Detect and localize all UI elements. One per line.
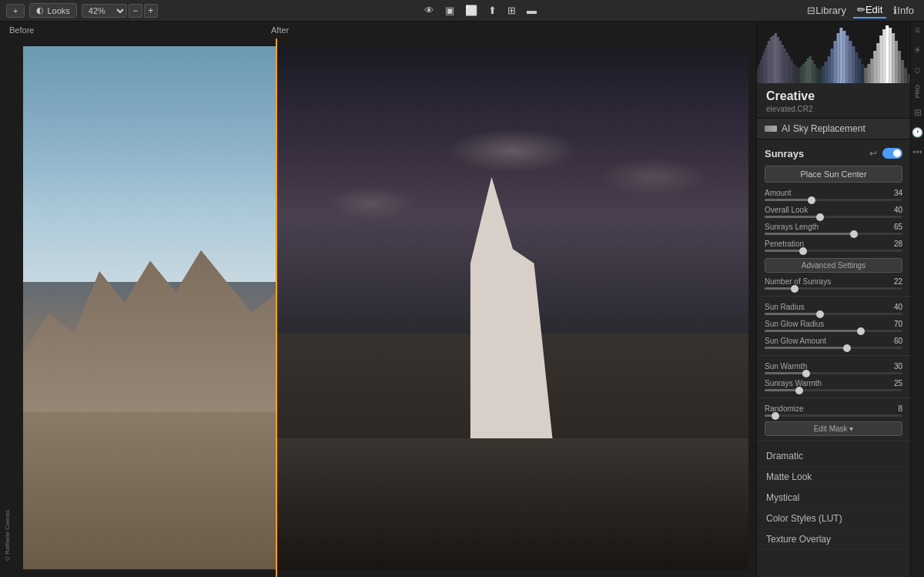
zoom-plus-button[interactable]: + [144, 4, 158, 18]
advanced-sliders: Sun Radius 40 Sun Glow Radius 70 [757, 301, 910, 351]
svg-rect-11 [777, 37, 779, 83]
info-label: Info [897, 5, 914, 16]
sunrays-reset-button[interactable]: ↩ [869, 147, 878, 159]
num-sunrays-value: 22 [894, 277, 902, 286]
structure-icon[interactable]: ⊞ [914, 107, 922, 118]
svg-rect-25 [809, 56, 812, 83]
svg-rect-18 [793, 64, 795, 83]
sunrays-warmth-value: 25 [894, 379, 902, 387]
image-container[interactable]: ©Raffaele Caeras [0, 39, 756, 577]
svg-rect-48 [876, 43, 879, 83]
info-button[interactable]: ℹ Info [889, 3, 918, 18]
svg-rect-49 [879, 35, 882, 83]
svg-rect-2 [760, 60, 762, 83]
layers-icon[interactable]: ≡ [915, 25, 920, 35]
num-sunrays-track[interactable] [765, 287, 902, 290]
sun-glow-radius-track[interactable] [765, 330, 902, 332]
histogram-area [757, 22, 910, 83]
svg-rect-3 [762, 56, 763, 83]
plus-icon: + [13, 6, 18, 15]
svg-rect-21 [800, 66, 802, 83]
before-label: Before [0, 25, 262, 35]
amount-track[interactable] [765, 199, 902, 201]
overall-look-track[interactable] [765, 216, 902, 218]
svg-rect-42 [858, 59, 861, 83]
overall-look-value: 40 [894, 206, 902, 214]
library-button[interactable]: ⊟ Library [803, 3, 850, 18]
penetration-label: Penetration [765, 240, 804, 248]
svg-rect-4 [763, 52, 765, 83]
face-icon[interactable]: ☺ [912, 65, 922, 75]
crop-icon: ⬜ [465, 5, 477, 16]
before-after-divider[interactable] [276, 39, 277, 577]
sun-warmth-value: 30 [894, 362, 902, 371]
topbar-center: 👁 ▣ ⬜ ⬆ ⊞ ▬ [420, 3, 541, 18]
svg-rect-28 [816, 68, 819, 83]
zoom-control: 42% 25% 50% 75% 100% − + [82, 4, 158, 18]
texture-overlay-item[interactable]: Texture Overlay [757, 529, 910, 550]
more-icon[interactable]: ••• [912, 147, 922, 158]
sunrays-toggle[interactable] [882, 148, 902, 159]
svg-rect-31 [825, 62, 828, 83]
looks-button[interactable]: ◐ Looks [29, 3, 76, 18]
sunrays-length-track[interactable] [765, 233, 902, 235]
svg-rect-0 [757, 68, 758, 83]
ai-sky-replacement-header[interactable]: AI Sky Replacement [757, 118, 910, 139]
panel-section-title: Creative [757, 83, 910, 105]
randomize-track[interactable] [765, 414, 902, 417]
svg-rect-24 [807, 59, 809, 83]
sunrays-controls: ↩ [869, 147, 902, 159]
pro-icon[interactable]: PRO [914, 85, 921, 98]
svg-rect-38 [845, 35, 849, 83]
color-styles-label: Color Styles (LUT) [766, 513, 842, 524]
before-after-labels: Before After [0, 22, 756, 39]
amount-value: 34 [894, 189, 902, 197]
eye-icon: 👁 [424, 5, 434, 16]
edit-mask-button[interactable]: Edit Mask ▾ [765, 421, 902, 436]
mystical-item[interactable]: Mystical [757, 488, 910, 508]
svg-rect-29 [819, 69, 822, 83]
filmstrip-button[interactable]: ▬ [523, 3, 541, 18]
sunrays-title: Sunrays [765, 148, 804, 159]
looks-icon: ◐ [36, 5, 44, 15]
sun-radius-track[interactable] [765, 313, 902, 315]
svg-rect-26 [812, 60, 814, 83]
color-styles-item[interactable]: Color Styles (LUT) [757, 508, 910, 529]
grid-button[interactable]: ⊞ [504, 3, 520, 18]
watermark: ©Raffaele Caeras [4, 510, 11, 562]
share-icon: ⬆ [488, 5, 497, 16]
svg-rect-7 [768, 41, 770, 83]
zoom-select[interactable]: 42% 25% 50% 75% 100% [82, 4, 127, 18]
svg-rect-14 [784, 49, 786, 83]
before-sky [23, 46, 277, 282]
penetration-track[interactable] [765, 250, 902, 252]
sun-glow-amount-value: 60 [894, 337, 902, 345]
view-button[interactable]: 👁 [420, 3, 438, 18]
svg-rect-12 [779, 41, 782, 83]
add-button[interactable]: + [6, 4, 25, 18]
sun-adjust-icon[interactable]: ☀ [913, 45, 922, 55]
dramatic-item[interactable]: Dramatic [757, 446, 910, 467]
sun-warmth-track[interactable] [765, 372, 902, 374]
edit-button[interactable]: ✏ Edit [853, 2, 886, 18]
image-area: Before After ©Raffaele Caeras [0, 22, 756, 577]
sun-glow-amount-track[interactable] [765, 347, 902, 349]
panel-content: Creative elevated.CR2 AI Sky Replacement… [757, 83, 910, 577]
compare-icon: ▣ [445, 5, 454, 16]
matte-look-item[interactable]: Matte Look [757, 467, 910, 488]
history-icon[interactable]: 🕐 [912, 127, 923, 138]
library-icon: ⊟ [807, 5, 815, 16]
share-button[interactable]: ⬆ [484, 3, 500, 18]
zoom-minus-button[interactable]: − [129, 4, 142, 18]
library-label: Library [815, 5, 846, 16]
randomize-slider-row: Randomize 8 [757, 403, 910, 418]
svg-rect-19 [795, 66, 798, 83]
crop-button[interactable]: ⬜ [461, 3, 481, 18]
edit-mask-label: Edit Mask ▾ [814, 424, 854, 433]
svg-rect-43 [861, 64, 864, 83]
compare-button[interactable]: ▣ [441, 3, 458, 18]
advanced-settings-button[interactable]: Advanced Settings [765, 258, 902, 273]
place-sun-center-button[interactable]: Place Sun Center [765, 166, 902, 183]
sun-glow-radius-slider-row: Sun Glow Radius 70 [757, 318, 910, 334]
sunrays-warmth-track[interactable] [765, 389, 902, 391]
